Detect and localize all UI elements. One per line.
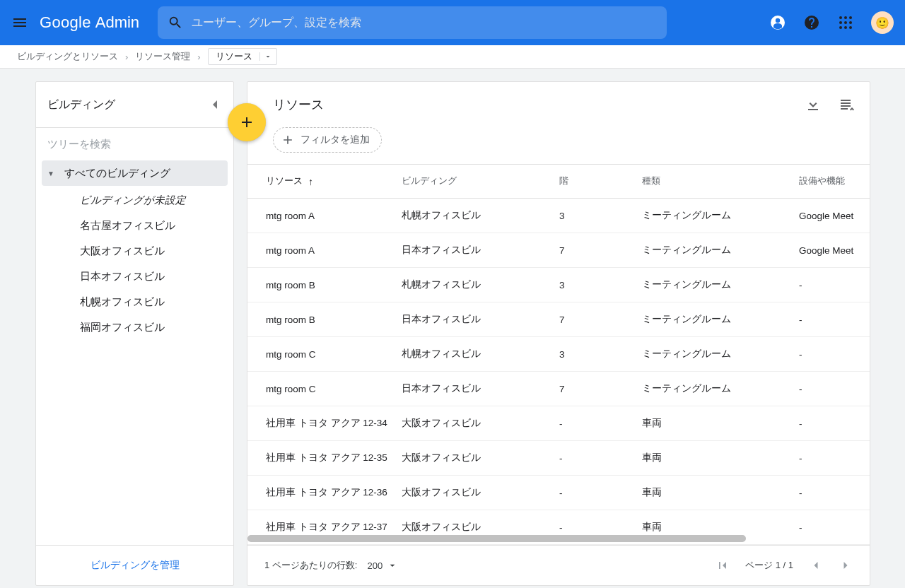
cell-type: 車両 — [642, 521, 799, 534]
cell-resource: 社用車 トヨタ アクア 12-36 — [247, 486, 402, 499]
rows-per-page-label: 1 ページあたりの行数: — [264, 559, 357, 572]
svg-point-9 — [844, 26, 847, 29]
rows-per-page-select[interactable]: 200 — [367, 560, 398, 571]
sort-asc-icon: ↑ — [308, 176, 313, 187]
table-row[interactable]: mtg room B札幌オフィスビル3ミーティングルーム- — [247, 268, 870, 302]
cell-floor: 3 — [559, 349, 642, 360]
tree-node-building[interactable]: 福岡オフィスビル — [42, 314, 228, 340]
tree-root-label: すべてのビルディング — [64, 167, 170, 180]
next-page-button[interactable] — [839, 558, 853, 572]
collapse-sidebar-button[interactable] — [206, 96, 223, 113]
table-row[interactable]: mtg room C札幌オフィスビル3ミーティングルーム- — [247, 337, 870, 372]
help-icon[interactable] — [803, 14, 820, 31]
search-box[interactable] — [158, 6, 667, 39]
svg-point-8 — [839, 26, 842, 29]
logo[interactable]: Google Admin — [40, 13, 139, 32]
apps-icon[interactable] — [837, 14, 854, 31]
cell-building: 大阪オフィスビル — [402, 452, 559, 464]
table-header: リソース ↑ ビルディング 階 種類 設備や機能 — [247, 164, 870, 199]
cell-floor: 7 — [559, 314, 642, 325]
download-icon[interactable] — [805, 96, 822, 113]
cell-equipment: Google Meet — [799, 211, 870, 221]
tree-node-building[interactable]: 札幌オフィスビル — [42, 289, 228, 314]
cell-building: 日本オフィスビル — [402, 244, 559, 257]
cell-equipment: Google Meet — [799, 245, 870, 256]
table-row[interactable]: mtg room A日本オフィスビル7ミーティングルームGoogle Meet — [247, 233, 870, 268]
cell-building: 大阪オフィスビル — [402, 521, 559, 534]
cell-equipment: - — [799, 384, 870, 394]
expand-icon: ▼ — [47, 170, 60, 177]
app-header: Google Admin 🙂 — [0, 0, 905, 45]
svg-point-6 — [844, 21, 847, 24]
tree-search-input[interactable] — [47, 138, 222, 150]
logo-admin: Admin — [95, 13, 139, 32]
horizontal-scrollbar[interactable] — [247, 535, 870, 542]
building-tree: ▼ すべてのビルディング ビルディングが未設定名古屋オフィスビル大阪オフィスビル… — [36, 156, 233, 343]
cell-resource: mtg room C — [247, 384, 402, 394]
table-row[interactable]: 社用車 トヨタ アクア 12-34大阪オフィスビル-車両- — [247, 406, 870, 441]
cell-resource: 社用車 トヨタ アクア 12-35 — [247, 452, 402, 464]
sidebar: ビルディング ▼ すべてのビルディング ビルディングが未設定名古屋オフィスビル大… — [35, 81, 234, 586]
cell-resource: mtg room C — [247, 349, 402, 360]
cell-equipment: - — [799, 280, 870, 290]
tree-node-building[interactable]: ビルディングが未設定 — [42, 187, 228, 213]
col-header-resource[interactable]: リソース ↑ — [247, 175, 402, 187]
cell-equipment: - — [799, 349, 870, 360]
cell-building: 札幌オフィスビル — [402, 278, 559, 291]
tree-node-all-buildings[interactable]: ▼ すべてのビルディング — [42, 160, 228, 186]
caret-down-icon — [387, 560, 398, 571]
prev-page-button[interactable] — [809, 558, 823, 572]
plus-icon — [238, 114, 255, 131]
col-header-building[interactable]: ビルディング — [402, 175, 559, 187]
breadcrumb-item-2[interactable]: リソース管理 — [135, 50, 190, 63]
search-input[interactable] — [192, 16, 657, 29]
main-panel: リソース フィルタを追加 リソース ↑ ビルディング 階 — [247, 81, 870, 586]
cell-building: 大阪オフィスビル — [402, 486, 559, 499]
table-row[interactable]: mtg room C日本オフィスビル7ミーティングルーム- — [247, 372, 870, 406]
svg-point-4 — [849, 16, 852, 19]
sidebar-title: ビルディング — [47, 98, 115, 112]
col-header-floor[interactable]: 階 — [559, 175, 642, 187]
cell-equipment: - — [799, 314, 870, 325]
cell-resource: mtg room B — [247, 280, 402, 290]
manage-buildings-link[interactable]: ビルディングを管理 — [36, 545, 233, 585]
cell-equipment: - — [799, 488, 870, 498]
table-row[interactable]: mtg room B日本オフィスビル7ミーティングルーム- — [247, 302, 870, 337]
menu-icon[interactable] — [11, 14, 28, 31]
cell-floor: 3 — [559, 280, 642, 290]
cell-type: ミーティングルーム — [642, 382, 799, 395]
svg-point-3 — [844, 16, 847, 19]
cell-building: 日本オフィスビル — [402, 313, 559, 326]
avatar[interactable]: 🙂 — [871, 11, 894, 34]
account-circle-icon[interactable] — [769, 14, 786, 31]
add-filter-label: フィルタを追加 — [300, 134, 370, 146]
cell-type: ミーティングルーム — [642, 278, 799, 291]
page-indicator: ページ 1 / 1 — [745, 559, 793, 572]
svg-point-2 — [839, 16, 842, 19]
tree-node-building[interactable]: 日本オフィスビル — [42, 264, 228, 289]
table-row[interactable]: 社用車 トヨタ アクア 12-36大阪オフィスビル-車両- — [247, 476, 870, 510]
tree-node-building[interactable]: 名古屋オフィスビル — [42, 213, 228, 238]
cell-type: ミーティングルーム — [642, 348, 799, 360]
table-row[interactable]: mtg room A札幌オフィスビル3ミーティングルームGoogle Meet — [247, 199, 870, 233]
logo-google: Google — [40, 13, 91, 32]
cell-resource: 社用車 トヨタ アクア 12-34 — [247, 417, 402, 430]
cell-floor: - — [559, 488, 642, 498]
cell-resource: mtg room A — [247, 211, 402, 221]
col-header-equipment[interactable]: 設備や機能 — [799, 175, 870, 187]
cell-resource: mtg room A — [247, 245, 402, 256]
col-header-type[interactable]: 種類 — [642, 175, 799, 187]
first-page-button[interactable] — [716, 558, 730, 572]
add-filter-chip[interactable]: フィルタを追加 — [273, 127, 382, 153]
columns-icon[interactable] — [839, 96, 856, 113]
add-resource-fab[interactable] — [228, 103, 266, 141]
table-row[interactable]: 社用車 トヨタ アクア 12-35大阪オフィスビル-車両- — [247, 441, 870, 476]
tree-node-building[interactable]: 大阪オフィスビル — [42, 238, 228, 264]
cell-type: 車両 — [642, 417, 799, 430]
breadcrumb-current-dropdown[interactable]: リソース — [208, 48, 277, 65]
breadcrumb-item-1[interactable]: ビルディングとリソース — [17, 50, 118, 63]
chevron-right-icon: › — [197, 52, 200, 62]
cell-floor: - — [559, 453, 642, 464]
breadcrumb-current-label: リソース — [209, 48, 259, 65]
cell-building: 大阪オフィスビル — [402, 417, 559, 430]
